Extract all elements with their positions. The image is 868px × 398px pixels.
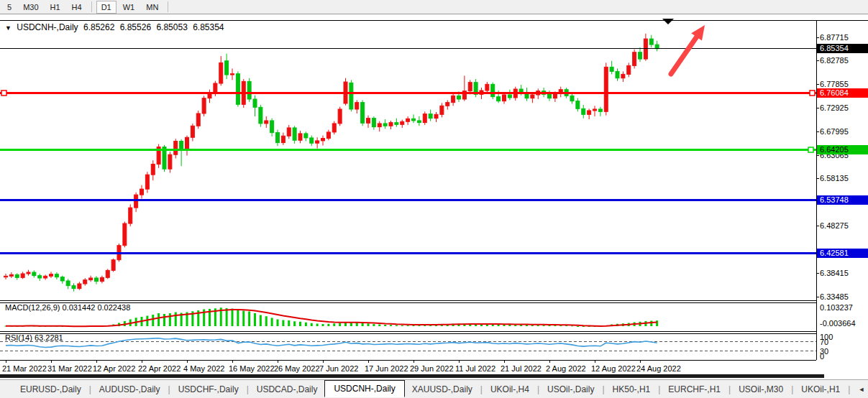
candle-body xyxy=(304,134,308,138)
candle-body xyxy=(452,96,455,102)
current-price-label: 6.85354 xyxy=(817,44,868,53)
rsi-pane-label: RSI(14) 63.2281 xyxy=(5,333,63,342)
candle-body xyxy=(553,93,557,98)
candle-body xyxy=(287,128,291,136)
rsi-line xyxy=(6,338,657,348)
hline-handle[interactable] xyxy=(1,91,6,96)
macd-bar xyxy=(322,324,324,326)
hline-handle[interactable] xyxy=(808,147,813,152)
candle-body xyxy=(593,109,597,111)
macd-bar xyxy=(339,323,341,327)
candle-body xyxy=(134,195,138,208)
rsi-name: RSI(14) xyxy=(5,333,32,342)
candle-body xyxy=(225,61,229,75)
macd-bar xyxy=(282,320,284,327)
candle-body xyxy=(276,133,280,143)
macd-bar xyxy=(407,325,409,326)
candle-body xyxy=(548,94,552,98)
candle-body xyxy=(253,99,257,107)
candle-body xyxy=(191,126,194,137)
chart-tab-hk50-h1[interactable]: HK50-,H1 xyxy=(606,382,658,397)
rsi-scale-label-70: 70 xyxy=(820,338,828,346)
macd-bar xyxy=(299,322,301,326)
candle-body xyxy=(60,277,64,281)
candle-body xyxy=(281,136,285,142)
candle-body xyxy=(21,274,24,277)
symbol-dropdown-icon[interactable]: ▼ xyxy=(5,24,12,32)
candle-body xyxy=(446,103,449,106)
ohlc-low: 6.85053 xyxy=(156,22,187,32)
macd-scale-max: 0.103237 xyxy=(820,303,853,312)
chart-tab-ukoil-h4[interactable]: UKOil-,H4 xyxy=(483,382,536,397)
hline-handle[interactable] xyxy=(810,91,815,96)
candle-body xyxy=(265,121,268,124)
candle-body xyxy=(412,119,416,121)
chart-tab-eurchf-h1[interactable]: EURCHF-,H1 xyxy=(661,382,728,397)
candle-body xyxy=(50,274,53,277)
macd-signal-value: 0.022438 xyxy=(97,303,130,312)
ohlc-high: 6.85526 xyxy=(120,22,151,32)
chart-tab-ukoil-h1[interactable]: UKOil-,H1 xyxy=(794,382,847,397)
candle-body xyxy=(503,95,506,101)
date-tick-label: 29 Jun 2022 xyxy=(410,364,454,373)
tab-scroll-left-icon[interactable]: ◄ xyxy=(856,384,868,394)
candle-body xyxy=(310,138,314,143)
chart-tab-usoil-daily[interactable]: USOil-,Daily xyxy=(540,382,601,397)
macd-bar xyxy=(237,310,239,327)
candle-body xyxy=(338,109,342,124)
macd-bar xyxy=(333,323,335,326)
candle-body xyxy=(355,103,359,109)
candle-body xyxy=(100,277,104,281)
macd-bar xyxy=(271,318,273,327)
macd-bar xyxy=(327,324,329,326)
date-tick-label: 2 Aug 2022 xyxy=(546,364,586,373)
price-tick-label: 6.67995 xyxy=(820,127,849,136)
trend-arrow-annotation[interactable] xyxy=(671,37,697,74)
candle-body xyxy=(508,95,511,98)
macd-bar xyxy=(293,321,296,326)
date-tick-label: 12 Aug 2022 xyxy=(591,364,636,373)
candle-body xyxy=(378,124,381,127)
tab-separator: | xyxy=(602,384,604,394)
price-tick-label: 6.48275 xyxy=(820,221,849,230)
ohlc-close: 6.85354 xyxy=(193,22,224,32)
rsi-scale-label-0: 0 xyxy=(820,352,824,361)
price-tick-label: 6.82785 xyxy=(820,56,849,65)
price-tick-label: 6.38415 xyxy=(820,269,849,277)
macd-bar xyxy=(577,326,579,327)
chart-tab-audusd-daily[interactable]: AUDUSD-,Daily xyxy=(92,382,168,397)
macd-bar xyxy=(311,323,313,326)
candle-body xyxy=(106,270,109,277)
candle-body xyxy=(395,123,398,125)
chart-tab-usdchf-daily[interactable]: USDCHF-,Daily xyxy=(171,382,246,397)
candle-body xyxy=(219,63,223,83)
date-tick-label: 11 Jul 2022 xyxy=(455,364,495,373)
price-tick-label: 6.87715 xyxy=(820,33,849,42)
chart-tab-eurusd-daily[interactable]: EURUSD-,Daily xyxy=(13,382,88,397)
candle-body xyxy=(326,132,330,139)
candle-body xyxy=(247,81,251,99)
candle-body xyxy=(321,139,325,141)
candle-body xyxy=(633,52,636,66)
candle-body xyxy=(655,45,659,49)
candle-body xyxy=(83,280,87,284)
chart-tab-usdcnh-daily[interactable]: USDCNH-,Daily xyxy=(324,380,404,397)
chart-horizontal-scrollbar[interactable] xyxy=(0,374,824,378)
tab-scroll-arrows: ◄► xyxy=(856,386,868,393)
down-arrow-marker[interactable] xyxy=(662,19,674,24)
candle-body xyxy=(316,141,319,143)
date-tick-label: 21 Mar 2022 xyxy=(2,364,47,373)
chart-canvas[interactable] xyxy=(0,0,868,398)
candle-body xyxy=(9,274,13,276)
candle-body xyxy=(383,124,387,126)
chart-tab-usdcad-daily[interactable]: USDCAD-,Daily xyxy=(250,382,325,397)
chart-tab-xauusd-daily[interactable]: XAUUSD-,Daily xyxy=(405,382,480,397)
chart-tab-usoil-m30[interactable]: USOil-,M30 xyxy=(731,382,790,397)
chart-tab-bar: EURUSD-,Daily|AUDUSD-,Daily|USDCHF-,Dail… xyxy=(0,379,868,398)
candle-body xyxy=(417,121,421,123)
candle-body xyxy=(610,67,613,71)
macd-bar xyxy=(277,320,279,327)
macd-bar xyxy=(242,311,245,327)
candle-body xyxy=(44,276,47,278)
candle-body xyxy=(168,154,172,169)
